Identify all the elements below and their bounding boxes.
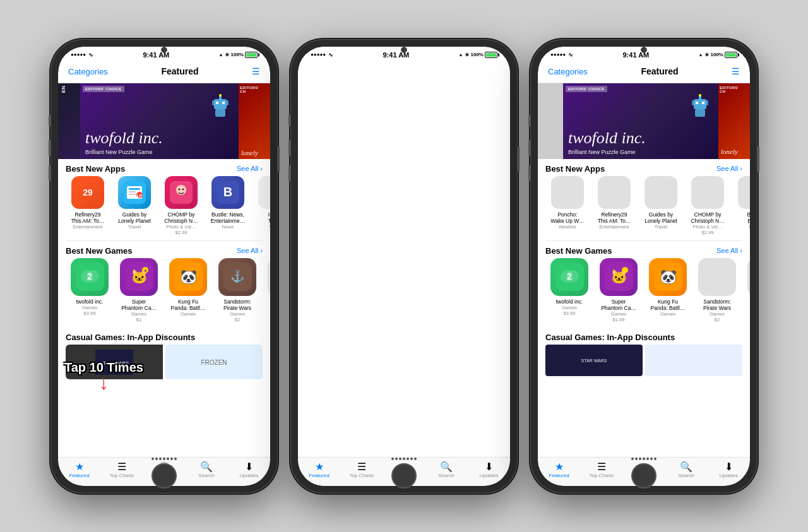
game-circ[interactable]: Circ… Games <box>263 258 270 322</box>
game-sandstorm[interactable]: ⚓ Sandstorm:Pirate Wars Games $2 <box>213 258 261 322</box>
list-icon-right[interactable]: ☰ <box>732 66 740 76</box>
camera-mid <box>401 47 407 53</box>
best-new-apps-see-all[interactable]: See All › <box>237 165 263 172</box>
power-button <box>278 146 280 172</box>
game-phantom-icon-right: 🐱 <box>600 258 638 296</box>
home-button-mid[interactable] <box>391 463 417 488</box>
svg-rect-11 <box>129 191 136 192</box>
app-chomp[interactable]: CHOMP byChristoph N… Photo & Vid… $2.99 <box>159 176 203 235</box>
game-sandstorm-price-right: $2 <box>715 317 720 322</box>
signal-bars-mid: ●●●●● <box>311 52 326 57</box>
home-button-right[interactable] <box>631 463 656 488</box>
svg-rect-37 <box>694 99 706 109</box>
game-sandstorm-icon: ⚓ <box>218 258 256 296</box>
game-twofold[interactable]: 2 twofold inc. Games $3.99 <box>66 258 114 322</box>
svg-rect-38 <box>696 102 698 104</box>
app-inq[interactable]: Inq…Tar… Tra… <box>252 176 270 235</box>
app-poncho[interactable]: Poncho:Wake Up W… Weather <box>545 176 590 235</box>
tab-updates-right[interactable]: ⬇ Updates <box>713 462 744 478</box>
tab-search-mid[interactable]: 🔍 Search <box>431 462 462 478</box>
hero-subtitle: Brilliant New Puzzle Game <box>80 148 239 159</box>
tab-search-label-mid: Search <box>438 473 454 478</box>
editors-choice-right: EDITORS' CHOICE <box>566 86 607 92</box>
casual-header: Casual Games: In-App Discounts <box>58 328 270 345</box>
hero-right-content-r: lonely <box>721 145 738 157</box>
app-bustle[interactable]: B Bustle: News,Entertainme… News <box>206 176 250 235</box>
svg-text:2: 2 <box>567 271 572 281</box>
svg-rect-41 <box>692 100 694 105</box>
game-phantom[interactable]: 🐱 ✦ SuperPhantom Ca… Games $1 <box>115 258 163 322</box>
game-circ-icon-right <box>747 258 750 296</box>
game-phantom-name: SuperPhantom Ca… <box>121 299 157 311</box>
right-editors-right: EDITORS'CH <box>720 86 739 93</box>
phone-left: ●●●●● ∿ 9:41 AM ▲ ✶ 100% Categories Feat… <box>50 39 278 494</box>
svg-text:🐼: 🐼 <box>659 268 677 285</box>
svg-point-44 <box>699 94 701 97</box>
game-phantom-right[interactable]: 🐱 SuperPhantom Ca… Games $1.99 <box>595 258 643 322</box>
hero-banner[interactable]: EN EDITORS' CHOICE <box>58 83 270 159</box>
game-circ-right[interactable]: Circ… Games <box>742 258 750 322</box>
svg-text:LP: LP <box>137 194 143 198</box>
categories-button[interactable]: Categories <box>68 67 108 76</box>
casual-section: Casual Games: In-App Discounts STAR WARS <box>58 328 270 379</box>
game-sandstorm-right[interactable]: Sandstorm:Pirate Wars Games $2 <box>693 258 741 322</box>
mute-button-right <box>528 115 530 126</box>
tab-search-icon-right: 🔍 <box>680 462 692 472</box>
app-bustle-right[interactable]: Bus…Ent… Ne… <box>732 176 750 235</box>
app-refinery-right[interactable]: Refinery29This AM: To… Entertainment <box>592 176 636 235</box>
game-twofold-right[interactable]: 2 twofold inc. Games $3.99 <box>545 258 593 322</box>
casual-title: Casual Games: In-App Discounts <box>66 333 195 342</box>
tab-search[interactable]: 🔍 Search <box>191 462 222 478</box>
app-guides-icon: LP <box>118 176 151 209</box>
app-refinery-icon: 29 <box>71 176 104 209</box>
app-refinery-cat-right: Entertainment <box>600 224 629 230</box>
vol-up-right <box>528 140 530 156</box>
app-refinery[interactable]: 29 Refinery29This AM: To… Entertainment <box>66 176 110 235</box>
tab-search-right[interactable]: 🔍 Search <box>670 462 702 478</box>
list-icon[interactable]: ☰ <box>252 66 260 76</box>
signal-bars: ●●●●● <box>71 52 86 57</box>
app-guides-name: Guides byLonely Planet <box>112 211 157 224</box>
app-guides[interactable]: LP Guides byLonely Planet Travel <box>112 176 157 235</box>
best-new-games-see-all[interactable]: See All › <box>237 247 263 254</box>
tab-top-charts[interactable]: ☰ Top Charts <box>106 462 138 478</box>
tab-featured-label-mid: Featured <box>309 473 330 478</box>
tab-top-charts-mid[interactable]: ☰ Top Charts <box>346 462 377 478</box>
games-see-all-right[interactable]: See All › <box>716 247 742 254</box>
game-phantom-price: $1 <box>136 317 141 322</box>
categories-button-right[interactable]: Categories <box>548 67 588 76</box>
app-chomp-cat: Photo & Vid… <box>167 224 196 230</box>
game-kungfu-icon-right: 🐼 <box>649 258 687 296</box>
home-button[interactable] <box>152 463 177 488</box>
tap-annotation: Tap 10 Times ↓ <box>64 360 143 392</box>
tab-search-label-right: Search <box>678 473 694 478</box>
left-partial-text: EN <box>61 86 66 93</box>
app-guides-right[interactable]: Guides byLonely Planet Travel <box>639 176 683 235</box>
tab-updates-label: Updates <box>239 473 258 478</box>
game-phantom-name-right: SuperPhantom Ca… <box>601 299 636 311</box>
game-kungfu-name-right: Kung FuPanda: Battl… <box>651 299 686 311</box>
tab-top-charts-right[interactable]: ☰ Top Charts <box>586 462 617 478</box>
app-bustle-icon-right <box>738 176 750 209</box>
tab-updates-mid[interactable]: ⬇ Updates <box>473 462 504 478</box>
camera-right <box>641 47 647 53</box>
vol-down-button <box>49 165 50 181</box>
app-inq-name: Inq…Tar… <box>252 211 270 224</box>
tab-featured-right[interactable]: ★ Featured <box>544 462 575 478</box>
apps-title-right: Best New Apps <box>545 164 605 174</box>
tab-featured-mid[interactable]: ★ Featured <box>304 462 335 478</box>
game-kungfu[interactable]: 🐼 Kung FuPanda: Battl… Games <box>164 258 212 322</box>
app-refinery-name-right: Refinery29This AM: To… <box>592 211 636 224</box>
apps-row-right: Poncho:Wake Up W… Weather Refinery29This… <box>538 176 750 240</box>
app-chomp-right[interactable]: CHOMP byChristoph N… Photo & Vid… $2.99 <box>686 176 730 235</box>
svg-rect-39 <box>702 102 704 104</box>
hero-banner-right[interactable]: EDITORS' CHOICE <box>538 83 750 159</box>
bluetooth-icon: ✶ <box>225 52 230 58</box>
game-kungfu-right[interactable]: 🐼 Kung FuPanda: Battl… Games <box>644 258 692 322</box>
app-bustle-cat-right: Ne… <box>749 224 750 230</box>
tab-updates[interactable]: ⬇ Updates <box>233 462 264 478</box>
tab-search-icon-mid: 🔍 <box>440 462 453 472</box>
svg-text:FROZEN: FROZEN <box>201 359 227 366</box>
apps-see-all-right[interactable]: See All › <box>716 165 742 172</box>
tab-featured[interactable]: ★ Featured <box>64 462 95 478</box>
